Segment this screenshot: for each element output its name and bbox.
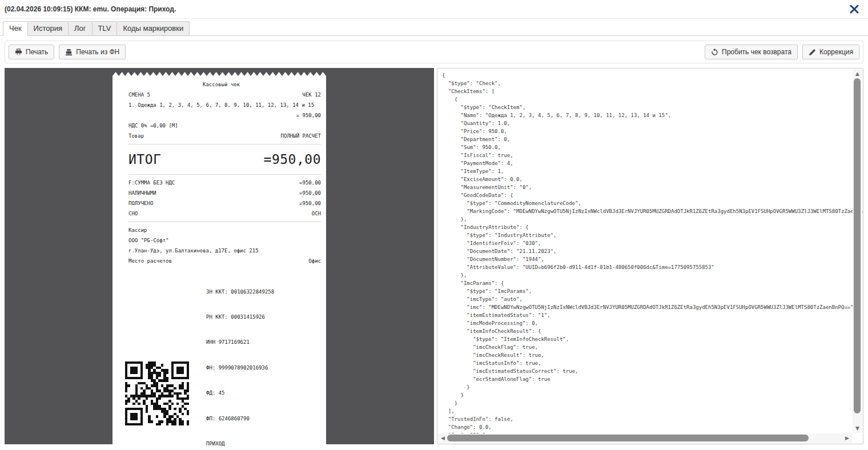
receipt-fiscal-details: ЗН ККТ: 00106322849258 РН ККТ: 000314159… [206, 271, 274, 450]
tab-log[interactable]: Лог [69, 21, 93, 36]
toolbar-right-group: Пробить чек возврата Коррекция [705, 45, 859, 59]
receipt-org-address: г.Улан-Удэ, ул.Балтахинова, д17Е, офис 2… [128, 246, 321, 256]
receipt-fiscal-block: ЗН ККТ: 00106322849258 РН ККТ: 000314159… [125, 271, 321, 450]
refund-check-button[interactable]: Пробить чек возврата [705, 45, 798, 59]
receipt-divider [128, 144, 321, 144]
receipt-item-name: 1. Одежда 1, 2, 3, 4, 5, 6, 7, 8, 9, 10,… [128, 100, 321, 110]
scroll-up-arrow-icon[interactable]: ▲ [853, 70, 862, 78]
receipt-shift: СМЕНА 5 [128, 90, 150, 100]
receipt-sum-no-vat-label: F:СУММА БЕЗ НДС [128, 178, 175, 188]
printer-icon [15, 49, 22, 56]
receipt-received-label: ПОЛУЧЕНО [128, 198, 153, 208]
close-icon[interactable] [849, 3, 860, 15]
correction-button-label: Коррекция [819, 48, 853, 56]
fiscal-line: ФН: 9999078902016936 [206, 364, 274, 372]
receipt-received-value: =950,00 [299, 198, 321, 208]
tab-check[interactable]: Чек [3, 21, 28, 36]
receipt-total-line: F:СУММА БЕЗ НДС =950,00 [128, 178, 321, 188]
receipt-total-line: СНО ОСН [128, 208, 321, 219]
horizontal-scrollbar[interactable]: ◀ ▶ [438, 433, 852, 443]
receipt-place-value: Офис [308, 256, 321, 266]
print-from-fn-button[interactable]: Печать из ФН [59, 45, 126, 59]
receipt-cash-label: НАЛИЧНЫМИ [128, 188, 156, 198]
page-title: (02.04.2026 10:09:15) ККМ: emu. Операция… [5, 5, 176, 13]
qr-code [125, 361, 189, 425]
tab-bar: Чек История Лог TLV Коды маркировки [0, 19, 868, 36]
printer-fn-icon [65, 49, 73, 56]
receipt-divider [128, 222, 321, 222]
fiscal-line: ФП: 6246860790 [206, 415, 274, 423]
receipt-total-label: ИТОГ [128, 147, 161, 171]
receipt-item-sum: = 950,00 [128, 110, 321, 120]
scroll-right-arrow-icon[interactable]: ▶ [845, 433, 849, 443]
tab-tlv[interactable]: TLV [93, 21, 118, 36]
fiscal-line: ЗН ККТ: 00106322849258 [206, 288, 274, 296]
tab-history[interactable]: История [28, 21, 69, 36]
receipt-place-label: Место расчетов [128, 256, 172, 266]
receipt-sno-value: ОСН [312, 208, 321, 219]
receipt-paper: Кассовый чек СМЕНА 5 ЧЕК 12 1. Одежда 1,… [112, 76, 326, 450]
toolbar-left-group: Печать Печать из ФН [9, 45, 126, 59]
vertical-scrollbar-thumb[interactable] [854, 78, 861, 413]
horizontal-scrollbar-thumb[interactable] [447, 435, 809, 441]
json-view-panel: { "$type": "Check", "CheckItems": [ { "$… [437, 68, 863, 444]
window-titlebar: (02.04.2026 10:09:15) ККМ: emu. Операция… [0, 0, 868, 19]
receipt-sum-no-vat-value: =950,00 [299, 178, 321, 188]
tab-marking-codes[interactable]: Коды маркировки [117, 21, 190, 36]
refund-check-button-label: Пробить чек возврата [722, 48, 791, 56]
receipt-sno-label: СНО [128, 208, 138, 219]
fiscal-line: ПРИХОД [206, 440, 274, 448]
pencil-icon [809, 49, 816, 56]
correction-button[interactable]: Коррекция [802, 45, 859, 59]
receipt-total-line: НАЛИЧНЫМИ =950,00 [128, 188, 321, 198]
fiscal-line: ИНН 9717169621 [206, 338, 274, 347]
receipt-cashier-label: Кассир [128, 225, 321, 235]
receipt-torn-edge-top [112, 72, 326, 76]
receipt-title: Кассовый чек [128, 79, 314, 90]
receipt-preview-panel: Кассовый чек СМЕНА 5 ЧЕК 12 1. Одежда 1,… [5, 68, 434, 444]
print-button-label: Печать [26, 48, 48, 56]
receipt-cash-value: =950,00 [299, 188, 321, 198]
scroll-down-arrow-icon[interactable]: ▼ [853, 424, 862, 432]
fiscal-line: ФД: 45 [206, 389, 274, 397]
toolbar: Печать Печать из ФН Пробить чек возврата… [5, 41, 863, 63]
print-from-fn-button-label: Печать из ФН [76, 48, 119, 56]
receipt-org-name: ООО "РБ-Софт" [128, 235, 321, 246]
receipt-total-value: =950,00 [264, 147, 321, 171]
receipt-item-type: Товар [128, 131, 144, 141]
receipt-divider [128, 174, 321, 175]
receipt: Кассовый чек СМЕНА 5 ЧЕК 12 1. Одежда 1,… [112, 72, 326, 450]
receipt-vat-line: НДС 0% =0,00 [М] [128, 120, 321, 131]
fiscal-line: РН ККТ: 00031415926 [206, 313, 274, 322]
receipt-total-line: ПОЛУЧЕНО =950,00 [128, 198, 321, 208]
scroll-left-arrow-icon[interactable]: ◀ [441, 433, 445, 443]
receipt-check-number: ЧЕК 12 [302, 90, 321, 100]
json-content: { "$type": "Check", "CheckItems": [ { "$… [437, 69, 863, 444]
rotate-ccw-icon [711, 49, 718, 56]
print-button[interactable]: Печать [9, 45, 54, 59]
receipt-payment-type: ПОЛНЫЙ РАСЧЕТ [281, 131, 321, 141]
vertical-scrollbar[interactable]: ▲ ▼ [853, 69, 862, 433]
main-content: Кассовый чек СМЕНА 5 ЧЕК 12 1. Одежда 1,… [5, 68, 863, 444]
